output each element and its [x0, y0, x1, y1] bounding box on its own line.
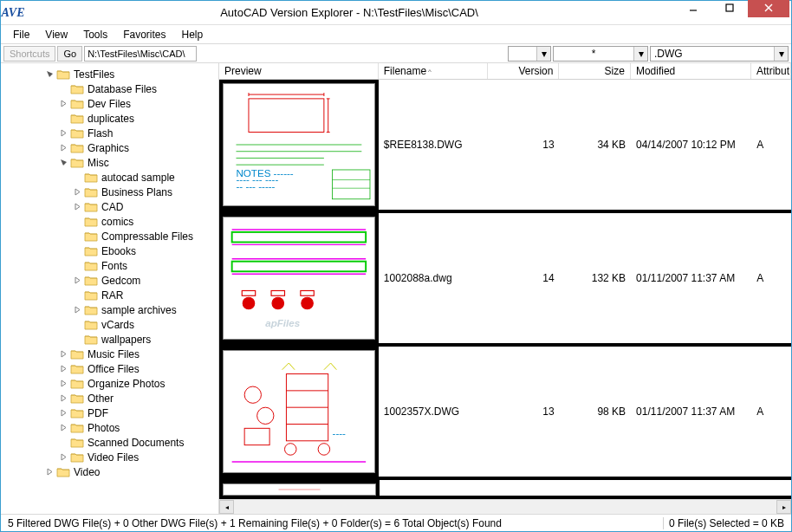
menu-view[interactable]: View — [38, 27, 75, 42]
tree-item[interactable]: Graphics — [3, 140, 217, 155]
tree-item[interactable]: vCards — [3, 317, 217, 332]
scroll-left-button[interactable]: ◂ — [219, 500, 234, 514]
expand-icon[interactable] — [58, 143, 68, 153]
collapse-icon[interactable] — [44, 69, 55, 80]
expand-icon[interactable] — [58, 393, 68, 404]
preview-thumbnail: NOTES ---------- --- ------ --- ----- — [223, 83, 375, 206]
tree-item[interactable]: duplicates — [3, 111, 217, 126]
close-button[interactable] — [748, 0, 789, 17]
tree-item[interactable]: sample archives — [3, 302, 217, 317]
expand-icon[interactable] — [58, 423, 68, 433]
menu-favorites[interactable]: Favorites — [116, 27, 172, 42]
expand-icon[interactable] — [58, 452, 68, 463]
tree-item-label: Photos — [88, 422, 120, 434]
tree-item[interactable]: Dev Files — [3, 96, 217, 111]
expand-icon[interactable] — [58, 128, 68, 139]
tree-item[interactable]: Video — [3, 464, 217, 479]
expand-icon[interactable] — [72, 276, 82, 286]
expand-icon[interactable] — [58, 408, 68, 418]
folder-icon — [70, 422, 84, 434]
collapse-icon[interactable] — [58, 158, 68, 168]
tree-item[interactable]: Video Files — [3, 450, 217, 464]
expand-icon[interactable] — [44, 467, 55, 477]
tree-item[interactable]: Photos — [3, 420, 217, 435]
menu-tools[interactable]: Tools — [76, 27, 114, 42]
scrollbar-track[interactable] — [234, 500, 776, 514]
tree-item[interactable]: Music Files — [3, 347, 217, 361]
tree-item[interactable]: Misc — [3, 155, 217, 170]
tree-item[interactable]: autocad sample — [3, 170, 217, 185]
expand-placeholder — [58, 114, 68, 124]
folder-tree[interactable]: TestFilesDatabase FilesDev Filesduplicat… — [1, 63, 219, 514]
filter1-combo[interactable]: ▾ — [508, 46, 551, 62]
expand-icon[interactable] — [72, 187, 82, 198]
tree-item[interactable]: Ebooks — [3, 243, 217, 258]
tree-item[interactable]: Organize Photos — [3, 376, 217, 391]
tree-item[interactable]: Scanned Documents — [3, 435, 217, 450]
tree-item[interactable]: Office Files — [3, 361, 217, 376]
maximize-button[interactable] — [711, 0, 748, 17]
tree-item[interactable]: PDF — [3, 405, 217, 420]
tree-item-label: Misc — [88, 157, 109, 169]
svg-point-27 — [243, 297, 255, 309]
folder-icon — [84, 201, 98, 213]
column-header-version[interactable]: Version — [488, 63, 560, 79]
column-header-filename[interactable]: Filename^ — [379, 63, 488, 79]
scroll-right-button[interactable]: ▸ — [776, 500, 791, 514]
preview-thumbnail: ---- — [223, 350, 375, 473]
expand-icon[interactable] — [58, 379, 68, 389]
tree-item[interactable]: Business Plans — [3, 185, 217, 199]
expand-icon[interactable] — [58, 99, 68, 109]
minimize-button[interactable] — [675, 0, 711, 17]
app-logo: AVE — [3, 3, 23, 23]
tree-item[interactable]: CAD — [3, 199, 217, 214]
tree-item[interactable]: Fonts — [3, 258, 217, 273]
folder-icon — [84, 260, 98, 272]
menu-help[interactable]: Help — [175, 27, 211, 42]
svg-text:----: ---- — [333, 428, 347, 438]
column-header-preview[interactable]: Preview — [219, 63, 379, 79]
tree-item[interactable]: TestFiles — [3, 67, 217, 81]
folder-icon — [84, 230, 98, 243]
tree-item[interactable]: wallpapers — [3, 332, 217, 347]
tree-item[interactable]: Gedcom — [3, 273, 217, 288]
svg-rect-42 — [244, 428, 269, 444]
file-row[interactable]: ----1002357X.DWG1398 KB01/11/2007 11:37 … — [219, 347, 791, 480]
expand-placeholder — [72, 320, 82, 330]
column-header-size[interactable]: Size — [559, 63, 631, 79]
svg-text:apFiles: apFiles — [265, 318, 300, 328]
expand-placeholder — [58, 438, 68, 448]
expand-icon[interactable] — [72, 305, 82, 315]
filter2-combo[interactable]: * ▾ — [553, 46, 648, 62]
column-header-modified[interactable]: Modified — [631, 63, 751, 79]
column-header-attribut[interactable]: Attribut — [751, 63, 791, 79]
tree-item[interactable]: RAR — [3, 288, 217, 302]
tree-item[interactable]: Compressable Files — [3, 229, 217, 243]
cell-size: 34 KB — [560, 80, 632, 210]
horizontal-scrollbar[interactable]: ◂ ▸ — [219, 499, 791, 514]
svg-point-41 — [257, 407, 274, 424]
preview-cell — [219, 480, 380, 499]
tree-item[interactable]: Other — [3, 391, 217, 405]
file-list[interactable]: NOTES ---------- --- ------ --- -----$RE… — [219, 80, 791, 499]
tree-item[interactable]: Database Files — [3, 81, 217, 96]
filter3-combo[interactable]: .DWG ▾ — [650, 46, 789, 62]
file-row[interactable]: NOTES ---------- --- ------ --- -----$RE… — [219, 80, 791, 213]
svg-point-40 — [244, 386, 261, 403]
file-row[interactable] — [219, 480, 791, 499]
folder-icon — [56, 68, 70, 81]
menu-file[interactable]: File — [6, 27, 36, 42]
window-title: AutoCAD Version Explorer - N:\TestFiles\… — [23, 6, 675, 19]
tree-item[interactable]: Flash — [3, 126, 217, 140]
expand-icon[interactable] — [58, 349, 68, 360]
go-button[interactable]: Go — [57, 46, 82, 62]
cell-size: 132 KB — [560, 213, 632, 343]
column-label: Version — [518, 65, 553, 77]
file-row[interactable]: apFiles1002088a.dwg14132 KB01/11/2007 11… — [219, 213, 791, 347]
tree-item-label: Dev Files — [88, 98, 131, 110]
expand-icon[interactable] — [72, 202, 82, 212]
tree-item[interactable]: comics — [3, 214, 217, 229]
expand-icon[interactable] — [58, 364, 68, 374]
shortcuts-button[interactable]: Shortcuts — [3, 46, 55, 62]
path-input[interactable]: N:\TestFiles\Misc\CAD\ — [84, 46, 197, 62]
